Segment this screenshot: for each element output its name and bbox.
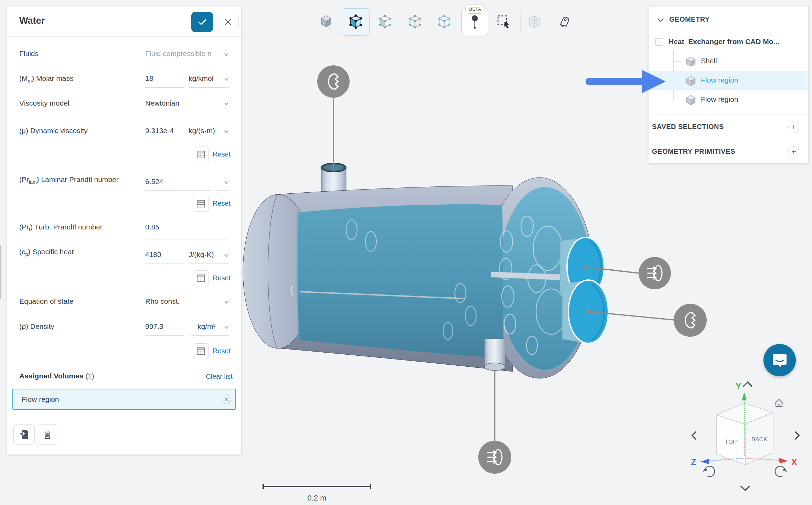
- dynamic-viscosity-unit-select[interactable]: kg/(s·m): [189, 127, 215, 135]
- plus-icon: [791, 125, 796, 129]
- bottom-nozzle[interactable]: [484, 339, 505, 370]
- input-underline: [145, 264, 184, 264]
- add-geometry-primitive-button[interactable]: [788, 146, 799, 157]
- viscosity-model-select[interactable]: Newtonian: [145, 99, 179, 107]
- geometry-primitives-title[interactable]: GEOMETRY PRIMITIVES: [652, 148, 735, 155]
- table-input-button[interactable]: [193, 343, 209, 359]
- x-axis-label: X: [791, 457, 797, 467]
- chat-support-button[interactable]: [763, 344, 796, 376]
- viscosity-model-label: Viscosity model: [19, 99, 70, 107]
- roll-ccw-icon[interactable]: [703, 466, 715, 476]
- box-select-icon[interactable]: [494, 12, 513, 32]
- scale-bar-label: 0.2 m: [307, 494, 326, 502]
- measure-tool-icon[interactable]: [555, 12, 574, 32]
- beta-badge: BETA: [465, 4, 485, 14]
- input-underline: [189, 264, 229, 264]
- dynamic-viscosity-input[interactable]: 9.313e-4: [145, 127, 182, 135]
- table-icon: [197, 200, 205, 207]
- tree-node-model[interactable]: Heat_Exchanger from CAD Mo...: [669, 37, 801, 46]
- rotate-right-chevron[interactable]: [795, 432, 799, 439]
- density-label: (ρ) Density: [19, 322, 54, 331]
- leader-dot-lower: [586, 309, 591, 314]
- assign-selection-button[interactable]: [13, 424, 35, 445]
- table-input-button[interactable]: [193, 270, 209, 286]
- select-edge-icon[interactable]: [405, 12, 425, 32]
- view-cube-widget: TOP BACK Y Z X: [691, 382, 799, 490]
- turb-prandtl-input[interactable]: 0.85: [145, 223, 159, 231]
- table-input-button[interactable]: [193, 196, 209, 212]
- divider: [7, 417, 241, 417]
- collapse-node-button[interactable]: [655, 38, 663, 46]
- tree-node-flow-region[interactable]: Flow region: [701, 95, 738, 104]
- reset-link[interactable]: Reset: [213, 150, 231, 158]
- select-vertex-icon[interactable]: [435, 12, 454, 32]
- remove-volume-icon[interactable]: ✕: [222, 395, 231, 404]
- view-cube-top-label: TOP: [725, 439, 737, 445]
- fluids-select[interactable]: Fluid compressible n: [145, 50, 216, 58]
- table-input-button[interactable]: [193, 147, 209, 162]
- input-underline: [145, 239, 229, 239]
- chevron-down-icon: [224, 52, 229, 57]
- pressure-outlet-marker-top[interactable]: [317, 65, 350, 98]
- laminar-prandtl-label: (Prlam) Laminar Prandtl number: [19, 175, 119, 185]
- panel-title: Water: [19, 15, 45, 26]
- reset-link[interactable]: Reset: [213, 200, 231, 207]
- specific-heat-unit-select[interactable]: J/(kg·K): [189, 250, 214, 259]
- input-underline: [145, 335, 184, 336]
- input-underline: [145, 310, 229, 310]
- delete-button[interactable]: [37, 424, 58, 445]
- cancel-button[interactable]: [217, 12, 239, 32]
- chevron-down-icon: [224, 300, 229, 304]
- velocity-inlet-marker-right[interactable]: [639, 257, 671, 289]
- tree-node-shell[interactable]: Shell: [701, 57, 717, 65]
- reset-link[interactable]: Reset: [213, 347, 231, 355]
- solid-cube-render-icon[interactable]: [317, 12, 336, 32]
- density-input[interactable]: 997.3: [145, 322, 183, 331]
- select-face-icon[interactable]: [375, 12, 395, 32]
- z-axis-arrowhead: [701, 459, 709, 464]
- home-view-icon[interactable]: [775, 399, 783, 407]
- table-icon: [197, 275, 205, 282]
- chevron-down-icon: [224, 129, 229, 134]
- input-underline: [189, 140, 229, 140]
- tree-guide: [673, 100, 681, 100]
- input-underline: [145, 140, 184, 140]
- toolbar-separator: [520, 10, 521, 32]
- rotate-down-chevron[interactable]: [741, 486, 750, 490]
- molar-mass-unit-select[interactable]: kg/kmol: [189, 74, 213, 83]
- molar-mass-input[interactable]: 18: [145, 74, 183, 83]
- probe-point-icon[interactable]: [465, 12, 484, 32]
- scale-bar: 0.2 m: [263, 484, 371, 502]
- geometry-section-title[interactable]: GEOMETRY: [669, 15, 710, 23]
- mesh-view-icon-disabled[interactable]: [525, 12, 544, 32]
- scrollbar-thumb[interactable]: [0, 245, 1, 299]
- tree-guide: [673, 61, 681, 62]
- divider: [7, 36, 241, 37]
- reset-link[interactable]: Reset: [213, 274, 231, 282]
- geometry-collapse-chevron[interactable]: [657, 18, 664, 24]
- clear-list-link[interactable]: Clear list: [206, 373, 233, 380]
- input-underline: [191, 335, 229, 336]
- leader-dot-upper: [583, 265, 588, 269]
- equation-of-state-select[interactable]: Rho const.: [145, 297, 180, 305]
- rotate-up-chevron[interactable]: [743, 382, 752, 387]
- roll-cw-icon[interactable]: [775, 466, 787, 476]
- trash-icon: [43, 430, 52, 439]
- specific-heat-input[interactable]: 4180: [145, 250, 183, 259]
- x-axis-arrowhead: [779, 458, 788, 463]
- saved-selections-title[interactable]: SAVED SELECTIONS: [652, 123, 724, 131]
- select-volume-icon[interactable]: [346, 12, 365, 32]
- input-underline: [145, 112, 229, 112]
- add-saved-selection-button[interactable]: [788, 121, 799, 132]
- pressure-outlet-marker-right[interactable]: [674, 304, 707, 337]
- tree-node-flow-region-selected[interactable]: Flow region: [701, 76, 738, 84]
- density-unit-select[interactable]: kg/m³: [197, 322, 216, 331]
- laminar-prandtl-input[interactable]: 6.524: [145, 178, 163, 186]
- confirm-button[interactable]: [191, 12, 213, 32]
- divider: [649, 140, 808, 140]
- material-properties-panel: Water Fluids Fluid compressible n (Mm) M…: [7, 6, 242, 455]
- assigned-volume-chip[interactable]: Flow region ✕: [12, 389, 236, 410]
- port-lower[interactable]: [562, 280, 608, 343]
- rotate-left-chevron[interactable]: [692, 432, 696, 439]
- velocity-inlet-marker-bottom[interactable]: [478, 441, 511, 474]
